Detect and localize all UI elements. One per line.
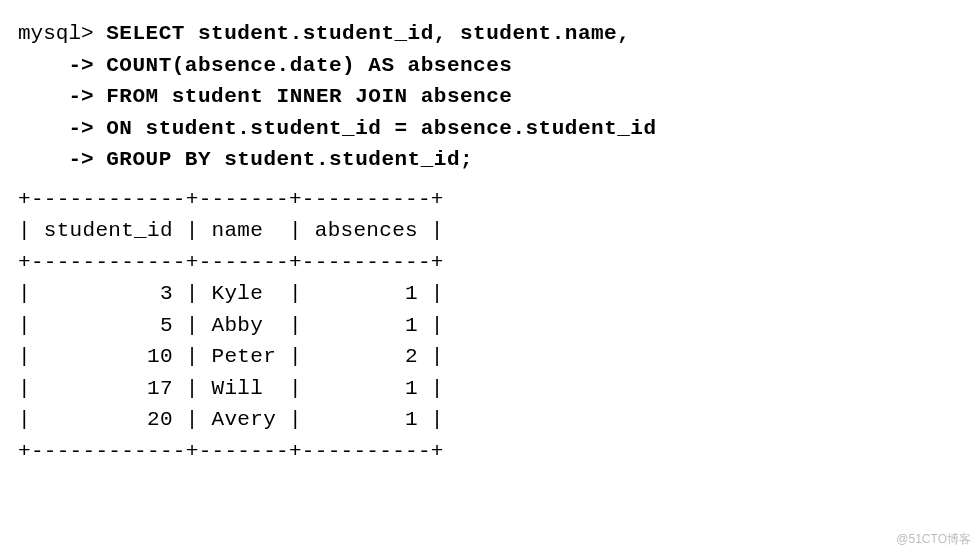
watermark-text: @51CTO博客 [896,530,971,548]
mysql-prompt: mysql> [18,22,94,45]
table-row: | 17 | Will | 1 | [18,377,444,400]
sql-line-4: ON student.student_id = absence.student_… [106,117,656,140]
sql-query-block: mysql> SELECT student.student_id, studen… [18,18,961,176]
table-border-mid: +------------+-------+----------+ [18,251,444,274]
sql-line-3: FROM student INNER JOIN absence [106,85,512,108]
table-row: | 5 | Abby | 1 | [18,314,444,337]
table-border-bottom: +------------+-------+----------+ [18,440,444,463]
continuation-arrow: -> [68,54,93,77]
sql-line-5: GROUP BY student.student_id; [106,148,473,171]
sql-line-1: SELECT student.student_id, student.name, [106,22,630,45]
result-table-block: +------------+-------+----------+ | stud… [18,184,961,468]
table-row: | 3 | Kyle | 1 | [18,282,444,305]
sql-line-2: COUNT(absence.date) AS absences [106,54,512,77]
table-header-row: | student_id | name | absences | [18,219,444,242]
table-row: | 10 | Peter | 2 | [18,345,444,368]
continuation-arrow: -> [68,85,93,108]
continuation-arrow: -> [68,117,93,140]
continuation-arrow: -> [68,148,93,171]
table-row: | 20 | Avery | 1 | [18,408,444,431]
table-border-top: +------------+-------+----------+ [18,188,444,211]
